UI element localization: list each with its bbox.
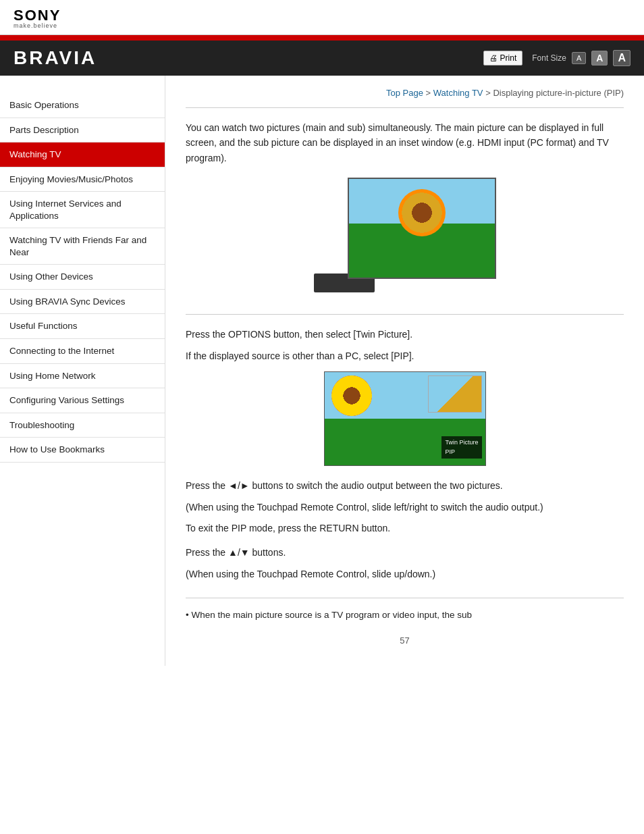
- main-layout: Basic OperationsParts DescriptionWatchin…: [0, 76, 644, 666]
- steps-section: Press the OPTIONS button, then select [T…: [186, 314, 624, 598]
- sidebar-item-internet-services[interactable]: Using Internet Services and Applications: [0, 192, 165, 228]
- step2-text: If the displayed source is other than a …: [186, 348, 624, 365]
- step1-text: Press the OPTIONS button, then select [T…: [186, 327, 624, 343]
- note-item: When the main picture source is a TV pro…: [186, 608, 624, 623]
- header: SONY make.believe: [0, 0, 644, 35]
- sidebar-item-parts-description[interactable]: Parts Description: [0, 118, 165, 143]
- tv-image: [314, 178, 496, 292]
- breadcrumb-sep1: >: [426, 88, 433, 98]
- pip-image-container: Twin PicturePIP: [186, 371, 624, 466]
- sidebar-item-useful-functions[interactable]: Useful Functions: [0, 314, 165, 339]
- pip-main-screen: Twin PicturePIP: [324, 371, 486, 466]
- bravia-title: BRAVIA: [14, 47, 97, 69]
- sony-tagline: make.believe: [14, 23, 630, 29]
- font-large-button[interactable]: A: [613, 50, 630, 66]
- step4-text: To exit the PIP mode, press the RETURN b…: [186, 521, 624, 537]
- bravia-controls: 🖨 Print Font Size A A A: [483, 50, 630, 66]
- sidebar-item-enjoying-movies[interactable]: Enjoying Movies/Music/Photos: [0, 167, 165, 192]
- sidebar-item-bravia-sync[interactable]: Using BRAVIA Sync Devices: [0, 290, 165, 315]
- pip-menu-overlay: Twin PicturePIP: [441, 436, 481, 459]
- print-label: Print: [500, 53, 517, 63]
- sidebar-item-various-settings[interactable]: Configuring Various Settings: [0, 388, 165, 413]
- print-button[interactable]: 🖨 Print: [483, 51, 523, 66]
- sidebar-item-basic-operations[interactable]: Basic Operations: [0, 93, 165, 118]
- bravia-bar: BRAVIA 🖨 Print Font Size A A A: [0, 41, 644, 76]
- step5-section: Press the ▲/▼ buttons. (When using the T…: [186, 545, 624, 583]
- font-medium-button[interactable]: A: [591, 51, 608, 66]
- sidebar-item-watching-tv[interactable]: Watching TV: [0, 142, 165, 167]
- sidebar-item-home-network[interactable]: Using Home Network: [0, 364, 165, 389]
- sidebar: Basic OperationsParts DescriptionWatchin…: [0, 76, 165, 666]
- tv-screen: [348, 178, 496, 279]
- sidebar-item-watching-friends[interactable]: Watching TV with Friends Far and Near: [0, 228, 165, 265]
- note-section: When the main picture source is a TV pro…: [186, 598, 624, 629]
- sidebar-item-other-devices[interactable]: Using Other Devices: [0, 265, 165, 290]
- step5-sub: (When using the Touchpad Remote Control,…: [186, 567, 624, 583]
- breadcrumb-top-page[interactable]: Top Page: [386, 88, 423, 98]
- sidebar-item-connecting-internet[interactable]: Connecting to the Internet: [0, 339, 165, 364]
- step5-text: Press the ▲/▼ buttons.: [186, 545, 624, 561]
- intro-text: You can watch two pictures (main and sub…: [186, 120, 624, 165]
- tv-image-container: [186, 178, 624, 292]
- sony-logo-text: SONY: [14, 8, 630, 23]
- content-area: Top Page > Watching TV > Displaying pict…: [165, 76, 644, 666]
- step3-sub: (When using the Touchpad Remote Control,…: [186, 500, 624, 516]
- breadcrumb-watching-tv[interactable]: Watching TV: [433, 88, 483, 98]
- sony-logo: SONY make.believe: [14, 8, 630, 29]
- font-size-label: Font Size: [532, 53, 566, 63]
- breadcrumb: Top Page > Watching TV > Displaying pict…: [186, 82, 624, 107]
- sunflower-background: [349, 179, 495, 278]
- step-text: Press the OPTIONS button, then select [T…: [186, 327, 624, 365]
- red-bar: [0, 35, 644, 41]
- breadcrumb-current: Displaying picture-in-picture (PIP): [493, 88, 624, 98]
- sidebar-item-troubleshooting[interactable]: Troubleshooting: [0, 413, 165, 438]
- step3-section: Press the ◄/► buttons to switch the audi…: [186, 478, 624, 516]
- intro-section: You can watch two pictures (main and sub…: [186, 107, 624, 314]
- pip-inset-window: [428, 375, 482, 413]
- pip-image: Twin PicturePIP: [324, 371, 486, 466]
- pip-sunflower: [331, 375, 372, 416]
- sidebar-item-how-to-use[interactable]: How to Use Bookmarks: [0, 438, 165, 463]
- page-number: 57: [186, 629, 624, 652]
- sunflower-flower: [398, 189, 446, 236]
- step4-section: To exit the PIP mode, press the RETURN b…: [186, 521, 624, 537]
- font-small-button[interactable]: A: [572, 52, 586, 64]
- step3-text: Press the ◄/► buttons to switch the audi…: [186, 478, 624, 494]
- print-icon: 🖨: [489, 53, 498, 63]
- breadcrumb-sep2: >: [485, 88, 493, 98]
